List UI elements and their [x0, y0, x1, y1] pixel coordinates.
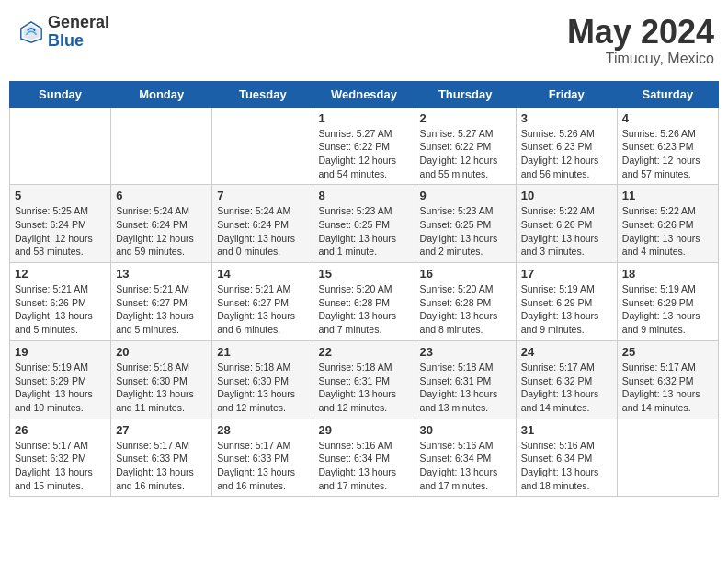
calendar-cell: 28Sunrise: 5:17 AMSunset: 6:33 PMDayligh… — [212, 419, 313, 497]
day-number: 12 — [15, 267, 106, 281]
weekday-header-monday: Monday — [111, 81, 212, 107]
day-number: 23 — [420, 345, 511, 359]
day-info: Sunrise: 5:21 AMSunset: 6:27 PMDaylight:… — [116, 282, 207, 337]
day-number: 13 — [116, 267, 207, 281]
calendar-cell: 5Sunrise: 5:25 AMSunset: 6:24 PMDaylight… — [10, 185, 111, 263]
day-number: 18 — [622, 267, 713, 281]
day-info: Sunrise: 5:24 AMSunset: 6:24 PMDaylight:… — [217, 204, 308, 259]
day-number: 31 — [521, 423, 612, 437]
day-info: Sunrise: 5:22 AMSunset: 6:26 PMDaylight:… — [521, 204, 612, 259]
day-info: Sunrise: 5:18 AMSunset: 6:31 PMDaylight:… — [318, 361, 409, 415]
day-number: 19 — [15, 345, 106, 359]
calendar-cell — [10, 107, 111, 185]
day-number: 27 — [116, 423, 207, 437]
day-number: 3 — [521, 111, 612, 125]
calendar-cell: 30Sunrise: 5:16 AMSunset: 6:34 PMDayligh… — [415, 419, 516, 497]
day-info: Sunrise: 5:20 AMSunset: 6:28 PMDaylight:… — [318, 282, 409, 337]
day-number: 20 — [116, 345, 207, 359]
day-info: Sunrise: 5:21 AMSunset: 6:26 PMDaylight:… — [15, 282, 106, 337]
calendar-cell: 17Sunrise: 5:19 AMSunset: 6:29 PMDayligh… — [516, 263, 617, 341]
calendar-cell: 6Sunrise: 5:24 AMSunset: 6:24 PMDaylight… — [111, 185, 212, 263]
day-info: Sunrise: 5:18 AMSunset: 6:31 PMDaylight:… — [420, 361, 511, 415]
calendar-cell: 16Sunrise: 5:20 AMSunset: 6:28 PMDayligh… — [415, 263, 516, 341]
day-number: 29 — [318, 423, 409, 437]
day-number: 21 — [217, 345, 308, 359]
day-info: Sunrise: 5:25 AMSunset: 6:24 PMDaylight:… — [15, 204, 106, 259]
calendar-cell: 26Sunrise: 5:17 AMSunset: 6:32 PMDayligh… — [10, 419, 111, 497]
weekday-header-wednesday: Wednesday — [313, 81, 415, 107]
day-info: Sunrise: 5:17 AMSunset: 6:33 PMDaylight:… — [116, 439, 207, 493]
page-title: May 2024 — [567, 14, 714, 51]
calendar-cell: 1Sunrise: 5:27 AMSunset: 6:22 PMDaylight… — [313, 107, 415, 185]
calendar-cell: 7Sunrise: 5:24 AMSunset: 6:24 PMDaylight… — [212, 185, 313, 263]
day-number: 14 — [217, 267, 308, 281]
day-info: Sunrise: 5:20 AMSunset: 6:28 PMDaylight:… — [420, 282, 511, 337]
calendar-cell: 8Sunrise: 5:23 AMSunset: 6:25 PMDaylight… — [313, 185, 415, 263]
day-number: 30 — [420, 423, 511, 437]
weekday-header-friday: Friday — [516, 81, 617, 107]
day-info: Sunrise: 5:16 AMSunset: 6:34 PMDaylight:… — [420, 439, 511, 493]
logo-text: General Blue — [48, 14, 109, 51]
calendar-cell: 21Sunrise: 5:18 AMSunset: 6:30 PMDayligh… — [212, 340, 313, 419]
day-info: Sunrise: 5:17 AMSunset: 6:32 PMDaylight:… — [521, 361, 612, 415]
day-number: 26 — [15, 423, 106, 437]
calendar-cell: 23Sunrise: 5:18 AMSunset: 6:31 PMDayligh… — [415, 340, 516, 419]
page-subtitle: Timucuy, Mexico — [567, 51, 714, 67]
page-header: General Blue May 2024 Timucuy, Mexico — [9, 9, 719, 72]
calendar-cell: 9Sunrise: 5:23 AMSunset: 6:25 PMDaylight… — [415, 185, 516, 263]
calendar-week-row: 1Sunrise: 5:27 AMSunset: 6:22 PMDaylight… — [10, 107, 719, 185]
calendar-cell: 4Sunrise: 5:26 AMSunset: 6:23 PMDaylight… — [617, 107, 718, 185]
day-info: Sunrise: 5:26 AMSunset: 6:23 PMDaylight:… — [622, 127, 713, 181]
day-info: Sunrise: 5:18 AMSunset: 6:30 PMDaylight:… — [217, 361, 308, 415]
calendar-cell: 12Sunrise: 5:21 AMSunset: 6:26 PMDayligh… — [10, 263, 111, 341]
day-info: Sunrise: 5:19 AMSunset: 6:29 PMDaylight:… — [622, 282, 713, 337]
calendar-cell: 14Sunrise: 5:21 AMSunset: 6:27 PMDayligh… — [212, 263, 313, 341]
day-info: Sunrise: 5:23 AMSunset: 6:25 PMDaylight:… — [318, 204, 409, 259]
calendar-cell: 20Sunrise: 5:18 AMSunset: 6:30 PMDayligh… — [111, 340, 212, 419]
day-number: 10 — [521, 189, 612, 202]
day-info: Sunrise: 5:18 AMSunset: 6:30 PMDaylight:… — [116, 361, 207, 415]
weekday-header-saturday: Saturday — [617, 81, 718, 107]
calendar-week-row: 19Sunrise: 5:19 AMSunset: 6:29 PMDayligh… — [10, 340, 719, 419]
day-info: Sunrise: 5:24 AMSunset: 6:24 PMDaylight:… — [116, 204, 207, 259]
calendar-cell: 13Sunrise: 5:21 AMSunset: 6:27 PMDayligh… — [111, 263, 212, 341]
calendar-cell — [617, 419, 718, 497]
calendar-cell: 27Sunrise: 5:17 AMSunset: 6:33 PMDayligh… — [111, 419, 212, 497]
title-area: May 2024 Timucuy, Mexico — [567, 14, 714, 67]
day-number: 5 — [15, 189, 106, 202]
day-info: Sunrise: 5:27 AMSunset: 6:22 PMDaylight:… — [420, 127, 511, 181]
day-number: 16 — [420, 267, 511, 281]
calendar-week-row: 5Sunrise: 5:25 AMSunset: 6:24 PMDaylight… — [10, 185, 719, 263]
day-number: 7 — [217, 189, 308, 202]
day-info: Sunrise: 5:23 AMSunset: 6:25 PMDaylight:… — [420, 204, 511, 259]
logo-general-text: General — [48, 14, 109, 32]
weekday-header-row: SundayMondayTuesdayWednesdayThursdayFrid… — [10, 81, 719, 107]
calendar-cell: 19Sunrise: 5:19 AMSunset: 6:29 PMDayligh… — [10, 340, 111, 419]
logo-blue-text: Blue — [48, 32, 109, 51]
weekday-header-sunday: Sunday — [10, 81, 111, 107]
weekday-header-tuesday: Tuesday — [212, 81, 313, 107]
calendar-cell: 2Sunrise: 5:27 AMSunset: 6:22 PMDaylight… — [415, 107, 516, 185]
day-info: Sunrise: 5:16 AMSunset: 6:34 PMDaylight:… — [318, 439, 409, 493]
day-info: Sunrise: 5:16 AMSunset: 6:34 PMDaylight:… — [521, 439, 612, 493]
day-info: Sunrise: 5:26 AMSunset: 6:23 PMDaylight:… — [521, 127, 612, 181]
calendar-cell — [212, 107, 313, 185]
day-info: Sunrise: 5:19 AMSunset: 6:29 PMDaylight:… — [521, 282, 612, 337]
logo: General Blue — [18, 14, 109, 51]
day-info: Sunrise: 5:19 AMSunset: 6:29 PMDaylight:… — [15, 361, 106, 415]
day-number: 17 — [521, 267, 612, 281]
calendar-cell: 29Sunrise: 5:16 AMSunset: 6:34 PMDayligh… — [313, 419, 415, 497]
day-number: 8 — [318, 189, 409, 202]
calendar-table: SundayMondayTuesdayWednesdayThursdayFrid… — [9, 81, 719, 498]
day-number: 2 — [420, 111, 511, 125]
day-number: 6 — [116, 189, 207, 202]
calendar-cell: 31Sunrise: 5:16 AMSunset: 6:34 PMDayligh… — [516, 419, 617, 497]
calendar-cell: 25Sunrise: 5:17 AMSunset: 6:32 PMDayligh… — [617, 340, 718, 419]
day-number: 9 — [420, 189, 511, 202]
day-number: 1 — [318, 111, 409, 125]
day-number: 28 — [217, 423, 308, 437]
day-number: 15 — [318, 267, 409, 281]
day-number: 25 — [622, 345, 713, 359]
calendar-cell: 10Sunrise: 5:22 AMSunset: 6:26 PMDayligh… — [516, 185, 617, 263]
weekday-header-thursday: Thursday — [415, 81, 516, 107]
